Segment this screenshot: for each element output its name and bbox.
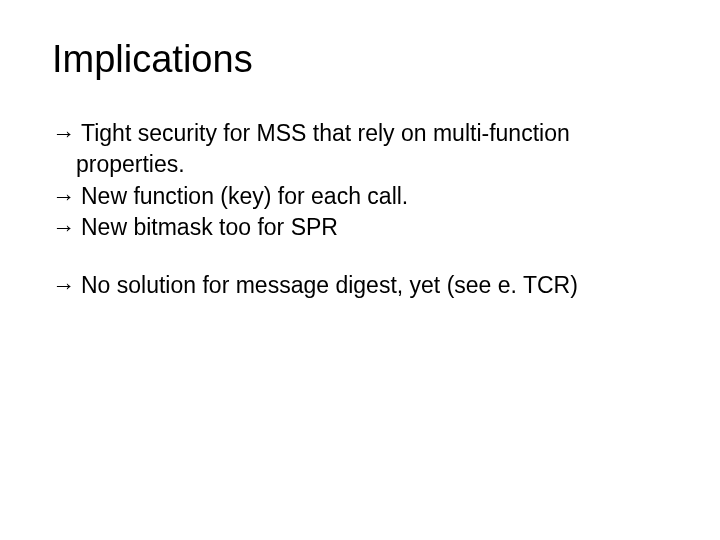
arrow-icon: → xyxy=(52,271,81,300)
bullet-group-2: → No solution for message digest, yet (s… xyxy=(52,271,668,300)
arrow-icon: → xyxy=(52,119,81,148)
arrow-icon: → xyxy=(52,182,81,211)
arrow-icon: → xyxy=(52,213,81,242)
bullet-text: New function (key) for each call. xyxy=(81,182,668,211)
bullet-item: → Tight security for MSS that rely on mu… xyxy=(52,119,668,148)
bullet-text: New bitmask too for SPR xyxy=(81,213,668,242)
slide-title: Implications xyxy=(52,38,668,81)
bullet-item: → New function (key) for each call. xyxy=(52,182,668,211)
bullet-text: Tight security for MSS that rely on mult… xyxy=(81,119,668,148)
bullet-item: → No solution for message digest, yet (s… xyxy=(52,271,668,300)
bullet-item: → New bitmask too for SPR xyxy=(52,213,668,242)
bullet-text: No solution for message digest, yet (see… xyxy=(81,271,668,300)
bullet-text: properties. xyxy=(76,150,668,179)
bullet-group-1: → Tight security for MSS that rely on mu… xyxy=(52,119,668,243)
bullet-continuation: properties. xyxy=(52,150,668,179)
